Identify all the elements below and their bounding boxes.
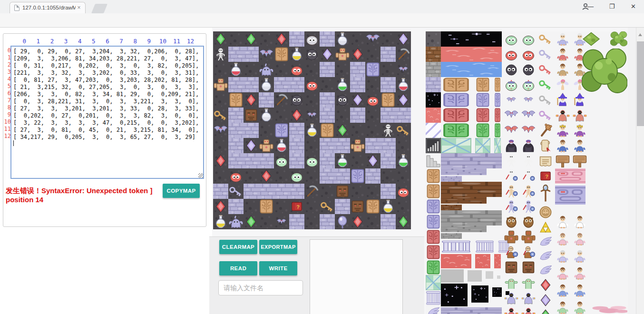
map-tile[interactable] — [365, 108, 381, 123]
map-tile[interactable] — [335, 168, 350, 184]
tileset-sprite[interactable] — [492, 287, 502, 297]
map-tile[interactable] — [244, 214, 259, 229]
map-tile[interactable] — [320, 92, 335, 108]
tileset-sprite[interactable] — [504, 214, 519, 229]
tileset-sprite[interactable] — [426, 275, 441, 290]
tileset-sprite[interactable] — [538, 308, 553, 314]
tileset-sprite[interactable] — [521, 92, 536, 108]
map-tile[interactable] — [396, 199, 411, 214]
map-tile[interactable] — [304, 77, 320, 92]
tileset-sprite[interactable] — [555, 186, 585, 205]
map-tile[interactable] — [304, 138, 320, 153]
map-tile[interactable] — [381, 123, 396, 138]
maximize-button[interactable]: ❐ — [601, 0, 623, 13]
tileset-sprite[interactable] — [555, 283, 570, 298]
map-tile[interactable] — [228, 214, 244, 229]
map-tile[interactable] — [335, 153, 350, 168]
map-tile[interactable] — [244, 31, 259, 47]
tileset-sprite[interactable] — [504, 153, 519, 168]
map-tile[interactable] — [381, 77, 396, 92]
map-tile[interactable] — [381, 153, 396, 168]
map-tile[interactable] — [335, 214, 350, 229]
map-tile[interactable] — [274, 168, 289, 184]
map-tile[interactable] — [335, 92, 350, 108]
tab-close-icon[interactable]: × — [76, 4, 82, 11]
map-tile[interactable] — [350, 77, 365, 92]
map-tile[interactable] — [244, 184, 259, 199]
tileset-sprite[interactable] — [521, 153, 536, 168]
tileset-sprite[interactable] — [494, 108, 501, 123]
tileset-sprite[interactable] — [486, 271, 493, 279]
tileset-sprite[interactable] — [555, 47, 570, 62]
tileset-sprite[interactable] — [494, 138, 501, 153]
map-tile[interactable] — [274, 138, 289, 153]
map-tile[interactable] — [396, 92, 411, 108]
read-button[interactable]: READ — [219, 261, 257, 275]
browser-tab[interactable]: 127.0.0.1:1055/drawMa × — [10, 2, 86, 13]
tileset-sprite[interactable] — [521, 214, 536, 229]
map-tile[interactable] — [244, 62, 259, 77]
tileset-sprite[interactable] — [426, 168, 441, 184]
map-tile[interactable] — [304, 47, 320, 62]
map-tile[interactable] — [365, 153, 381, 168]
tileset-sprite[interactable] — [521, 245, 536, 260]
map-tile[interactable] — [228, 31, 244, 47]
map-tile[interactable] — [335, 123, 350, 138]
map-tile[interactable] — [228, 184, 244, 199]
map-tile[interactable] — [289, 153, 304, 168]
map-tile[interactable] — [350, 123, 365, 138]
tileset-sprite[interactable] — [441, 62, 502, 77]
tileset-sprite[interactable] — [426, 214, 441, 229]
matrix-textarea[interactable] — [10, 46, 204, 179]
tileset-sprite[interactable] — [538, 77, 553, 92]
map-tile[interactable] — [213, 214, 228, 229]
map-tile[interactable] — [320, 108, 335, 123]
tileset-sprite[interactable] — [538, 31, 553, 47]
tileset-sprite[interactable] — [504, 229, 519, 245]
map-tile[interactable] — [244, 199, 259, 214]
tileset-sprite[interactable] — [538, 108, 553, 123]
map-tile[interactable] — [304, 214, 320, 229]
tileset-sprite[interactable] — [538, 62, 553, 77]
tileset-sprite[interactable] — [572, 265, 587, 281]
map-tile[interactable] — [365, 47, 381, 62]
tileset-sprite[interactable] — [441, 92, 471, 108]
map-tile[interactable] — [289, 184, 304, 199]
tileset-sprite[interactable] — [555, 214, 570, 229]
tileset-sprite[interactable] — [426, 199, 441, 214]
map-tile[interactable] — [259, 77, 274, 92]
map-tile[interactable] — [335, 77, 350, 92]
tileset-sprite[interactable] — [426, 260, 441, 275]
map-tile[interactable] — [228, 92, 244, 108]
tileset-sprite[interactable] — [572, 108, 587, 123]
map-tile[interactable] — [381, 199, 396, 214]
tileset-sprite[interactable] — [521, 123, 536, 138]
tileset-sprite[interactable] — [582, 31, 601, 47]
map-tile[interactable] — [289, 62, 304, 77]
map-tile[interactable] — [396, 153, 411, 168]
tileset-sprite[interactable] — [504, 108, 519, 123]
map-tile[interactable] — [289, 108, 304, 123]
map-tile[interactable] — [259, 214, 274, 229]
tileset-sprite[interactable] — [521, 229, 536, 245]
map-tile[interactable] — [289, 47, 304, 62]
map-tile[interactable] — [381, 108, 396, 123]
filename-input[interactable] — [218, 280, 303, 295]
copymap-button[interactable]: COPYMAP — [163, 184, 200, 198]
map-tile[interactable] — [304, 123, 320, 138]
map-tile[interactable] — [274, 153, 289, 168]
tileset-sprite[interactable] — [441, 307, 502, 314]
tileset-sprite[interactable] — [441, 204, 462, 209]
tileset-sprite[interactable] — [441, 47, 502, 62]
map-tile[interactable] — [304, 184, 320, 199]
map-canvas[interactable]: ? — [213, 31, 411, 229]
map-tile[interactable] — [274, 62, 289, 77]
tileset-sprite[interactable] — [555, 300, 570, 314]
map-tile[interactable] — [213, 92, 228, 108]
scrollbar[interactable] — [636, 28, 644, 314]
tileset-sprite[interactable] — [555, 265, 570, 281]
tileset-sprite[interactable] — [504, 275, 519, 290]
map-tile[interactable] — [365, 199, 381, 214]
map-tile[interactable] — [396, 77, 411, 92]
tileset-sprite[interactable] — [504, 199, 519, 214]
